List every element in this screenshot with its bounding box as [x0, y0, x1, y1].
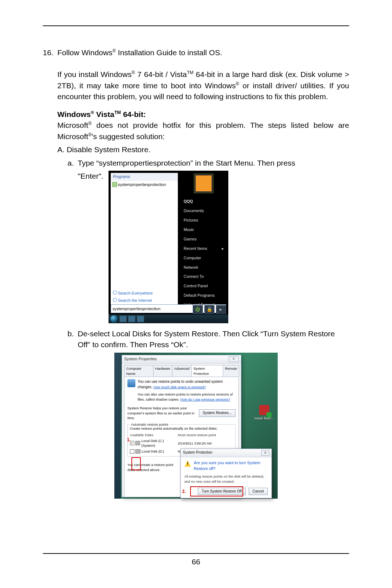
- step-a-text: Type “systempropertiesprotection” in the…: [78, 158, 349, 169]
- tabs: Computer Name Hardware Advanced System P…: [124, 365, 239, 377]
- menu-documents[interactable]: Documents: [181, 206, 226, 216]
- tab-remote[interactable]: Remote: [223, 365, 239, 377]
- step-b-label: b.: [68, 328, 78, 350]
- tab-body: You can use restore points to undo unwan…: [124, 377, 239, 497]
- confirm-titlebar: System Protection ✕: [181, 449, 271, 458]
- taskbar-icon[interactable]: [137, 316, 144, 322]
- group-legend: Automatic restore points: [130, 422, 169, 427]
- search-icon: [113, 291, 117, 295]
- callout-2: 2.: [182, 488, 186, 495]
- search-internet[interactable]: Search the Internet: [113, 297, 176, 304]
- chevron-right-icon: ▸: [220, 306, 222, 313]
- disk-icon: [135, 441, 140, 445]
- disk-header: Available Disks Most recent restore poin…: [130, 433, 233, 438]
- menu-computer[interactable]: Computer: [181, 254, 226, 263]
- start-left-column: Programs systempropertiesprotection Sear…: [111, 173, 178, 306]
- menu-recent[interactable]: Recent Items▸: [181, 244, 226, 254]
- menu-defaultprograms[interactable]: Default Programs: [181, 291, 226, 300]
- power-icon: ⏻: [195, 306, 200, 313]
- step-16-text: Follow Windows® Installation Guide to in…: [57, 47, 222, 58]
- step-a-tail-row: "Enter". Programs systempropertiesprotec…: [68, 171, 349, 323]
- start-orb-icon[interactable]: [110, 315, 118, 323]
- warning-icon: [184, 460, 191, 467]
- footer: 66: [43, 553, 349, 566]
- shield-icon: [112, 182, 117, 187]
- search-everywhere[interactable]: Search Everywhere: [113, 290, 176, 297]
- program-item[interactable]: systempropertiesprotection: [111, 181, 178, 189]
- step-16: 16. Follow Windows® Installation Guide t…: [43, 47, 349, 58]
- window-title: System Properties: [124, 356, 157, 362]
- enter-word: "Enter".: [78, 171, 103, 182]
- callout-box-1: [131, 457, 141, 470]
- step-16-number: 16.: [43, 47, 57, 58]
- system-properties-window: System Properties ✕ Computer Name Hardwa…: [122, 355, 241, 497]
- lock-button[interactable]: 🔒: [204, 305, 215, 314]
- chevron-right-icon: ▸: [222, 246, 224, 252]
- menu-network[interactable]: Network: [181, 263, 226, 272]
- taskbar-icon[interactable]: [128, 316, 135, 322]
- reg-mark: ®: [113, 48, 116, 53]
- search-icon: [113, 298, 117, 302]
- top-rule: [43, 25, 349, 26]
- restore-icon: [127, 379, 135, 387]
- programs-header: Programs: [111, 173, 178, 181]
- lock-icon: 🔒: [207, 306, 212, 313]
- menu-pictures[interactable]: Pictures: [181, 216, 226, 225]
- power-button[interactable]: ⏻: [193, 305, 203, 314]
- taskbar-icon[interactable]: [119, 316, 127, 322]
- figure-system-properties: install flash... System Properties ✕ Com…: [114, 353, 278, 499]
- disk-checkbox[interactable]: ✓: [130, 441, 134, 445]
- start-right-column: QQQ Documents Pictures Music Games Recen…: [181, 173, 226, 306]
- intro-paragraph: If you install Windows® 7 64-bit / Vista…: [57, 69, 349, 102]
- shutdown-options-button[interactable]: ▸: [216, 305, 226, 314]
- confirm-note: All existing restore points on the disk …: [184, 474, 268, 484]
- callout-box-2: [190, 486, 243, 496]
- menu-music[interactable]: Music: [181, 225, 226, 235]
- menu-connect[interactable]: Connect To: [181, 272, 226, 281]
- menu-controlpanel[interactable]: Control Panel: [181, 281, 226, 291]
- restore-help-text: System Restore helps you restore your co…: [127, 406, 196, 421]
- confirm-question: Are you sure you want to turn System Res…: [194, 460, 268, 472]
- vista-heading: Windows® VistaTM 64-bit:: [57, 109, 349, 120]
- page-number: 66: [43, 557, 349, 566]
- step-b: b. De-select Local Disks for System Rest…: [68, 328, 349, 350]
- menu-games[interactable]: Games: [181, 235, 226, 244]
- vista-body: Microsoft® does not provide hotfix for t…: [57, 120, 349, 142]
- disk-checkbox[interactable]: [130, 449, 134, 454]
- system-restore-button[interactable]: System Restore...: [199, 409, 236, 417]
- disk-row: ✓ Local Disk (C:) (System) 2/14/2011 3:5…: [130, 438, 233, 449]
- step-a-label: a.: [68, 158, 78, 169]
- step-b-text: De-select Local Disks for System Restore…: [78, 328, 349, 350]
- tab-system-protection[interactable]: System Protection: [191, 365, 223, 377]
- desktop-shortcut-install[interactable]: install flash...: [253, 405, 275, 421]
- user-name[interactable]: QQQ: [181, 197, 226, 206]
- close-button[interactable]: ✕: [229, 356, 239, 362]
- help-link-disk-space[interactable]: How much disk space is required?: [153, 385, 206, 389]
- confirm-dialog: System Protection ✕ Are you sure you wan…: [180, 449, 272, 498]
- disk-icon: [135, 449, 140, 454]
- close-button[interactable]: ✕: [261, 450, 269, 456]
- step-a: a. Type “systempropertiesprotection” in …: [68, 158, 349, 169]
- taskbar: [109, 315, 228, 323]
- help-link-previous-versions[interactable]: How do I use previous versions?: [180, 397, 230, 401]
- figure-start-menu: Programs systempropertiesprotection Sear…: [109, 171, 228, 323]
- tab-hardware[interactable]: Hardware: [153, 365, 172, 377]
- installer-icon: [259, 405, 269, 415]
- step-A: A. Disable System Restore.: [57, 144, 349, 155]
- bottom-rule: [43, 553, 349, 554]
- taskbar-vertical: [114, 353, 121, 499]
- tab-advanced[interactable]: Advanced: [172, 365, 192, 377]
- user-avatar[interactable]: [194, 174, 213, 193]
- cancel-button[interactable]: Cancel: [249, 488, 268, 495]
- window-titlebar: System Properties ✕: [122, 355, 241, 364]
- tab-computer-name[interactable]: Computer Name: [124, 365, 154, 377]
